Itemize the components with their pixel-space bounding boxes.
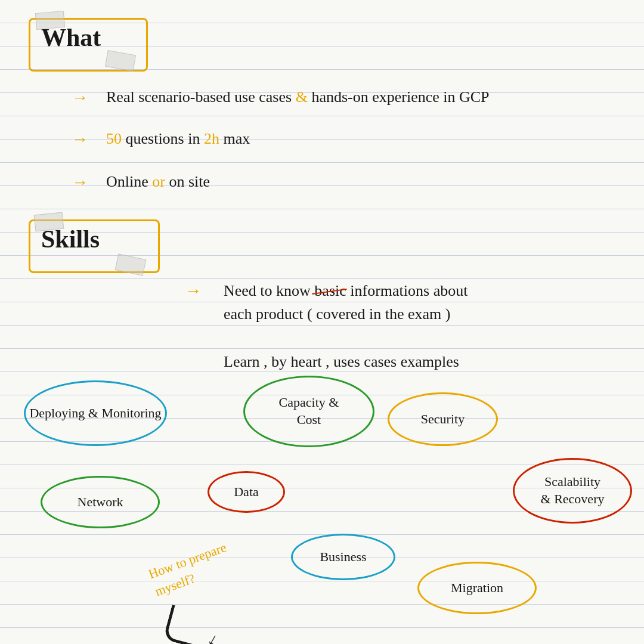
bullet-what-1: Real scenario-based use cases & hands-on… — [106, 88, 490, 106]
oval-network: Network — [41, 476, 160, 528]
oval-migration: Migration — [417, 562, 537, 614]
arrow-1: → — [72, 88, 88, 107]
bullet-skills-2: Learn , by heart , uses cases examples — [224, 353, 459, 371]
tape-1 — [35, 11, 65, 30]
oval-business: Business — [291, 534, 395, 580]
oval-capacity: Capacity &Cost — [243, 376, 374, 447]
bottom-arrow-head: ↓ — [205, 628, 222, 644]
oval-data: Data — [208, 471, 285, 513]
arrow-3: → — [72, 173, 88, 192]
paper-background: What → Real scenario-based use cases & h… — [0, 0, 644, 644]
oval-scalability: Scalability& Recovery — [513, 458, 632, 524]
oval-deploying: Deploying & Monitoring — [24, 380, 167, 446]
bullet-what-3: Online or on site — [106, 173, 210, 191]
bullet-skills-1: Need to know basic informations about ea… — [224, 279, 467, 326]
arrow-2: → — [72, 130, 88, 149]
tape-3 — [34, 212, 64, 232]
bullet-what-2: 50 questions in 2h max — [106, 130, 250, 148]
how-to-prepare-text: How to prepare myself? — [146, 538, 236, 601]
oval-security: Security — [388, 392, 498, 446]
arrow-4: → — [185, 281, 202, 301]
bottom-arrow-curve — [163, 605, 204, 644]
